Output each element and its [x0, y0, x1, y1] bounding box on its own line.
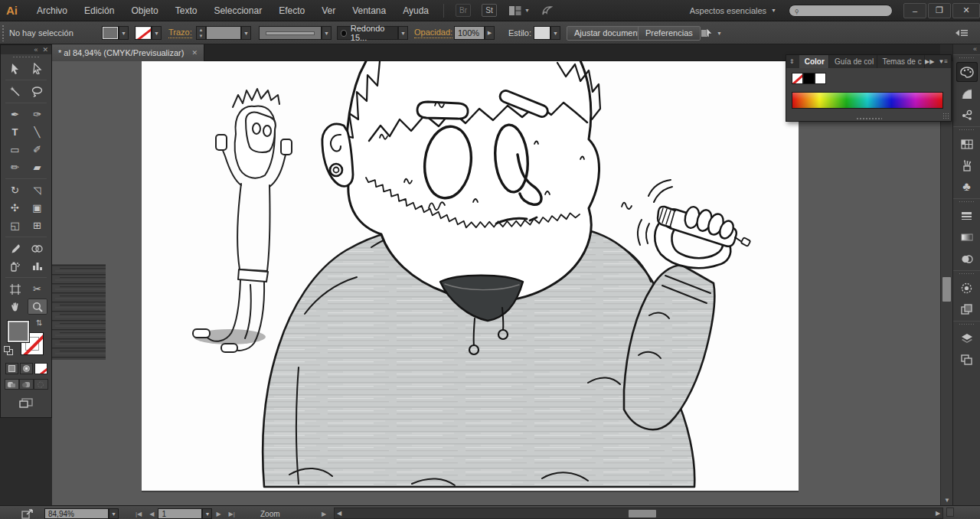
- scroll-right-arrow[interactable]: ▶: [933, 510, 942, 517]
- shape-builder-tool[interactable]: ◱: [5, 217, 25, 233]
- none-button[interactable]: [34, 363, 47, 374]
- scroll-down-arrow[interactable]: ▼: [941, 497, 953, 504]
- color-themes-panel-icon[interactable]: [956, 105, 978, 125]
- draw-behind-button[interactable]: [19, 379, 34, 390]
- fill-proxy-swatch[interactable]: [7, 320, 30, 343]
- width-tool[interactable]: ✣: [5, 200, 25, 216]
- swatch-none[interactable]: [792, 73, 803, 84]
- menu-ver[interactable]: Ver: [313, 0, 344, 21]
- isolate-control[interactable]: ▼: [701, 21, 722, 44]
- artboard-dropdown[interactable]: ▼: [202, 508, 212, 519]
- line-segment-tool[interactable]: ╲: [28, 124, 47, 140]
- swatch-white[interactable]: [815, 73, 826, 84]
- menu-seleccionar[interactable]: Seleccionar: [205, 0, 270, 21]
- menu-ventana[interactable]: Ventana: [344, 0, 394, 21]
- stock-button[interactable]: St: [482, 4, 497, 17]
- horizontal-scrollbar-thumb[interactable]: [629, 510, 656, 517]
- panel-menu-icon[interactable]: [956, 21, 968, 44]
- dock-group-grip[interactable]: [953, 321, 980, 327]
- panel-collapse-icon[interactable]: ⇕: [789, 55, 798, 68]
- stroke-swatch-none[interactable]: [135, 26, 152, 40]
- scale-tool[interactable]: ◹: [28, 182, 47, 198]
- stroke-width-stepper[interactable]: ▲▼: [196, 26, 206, 40]
- menu-archivo[interactable]: Archivo: [28, 0, 76, 21]
- next-artboard-icon[interactable]: ▶: [216, 511, 220, 517]
- stroke-width-control[interactable]: ▲▼ ▼: [196, 21, 251, 44]
- width-profile-dropdown[interactable]: ▼: [322, 26, 332, 40]
- panel-grip[interactable]: [2, 24, 5, 41]
- color-button[interactable]: [5, 363, 18, 374]
- hand-tool[interactable]: [5, 299, 25, 315]
- paintbrush-tool[interactable]: ✐: [28, 142, 47, 158]
- pen-tool[interactable]: ✒: [5, 106, 25, 122]
- eyedropper-tool[interactable]: [5, 240, 25, 256]
- opacity-control[interactable]: 100% ▶: [454, 21, 495, 44]
- vertical-scrollbar[interactable]: ▼: [940, 61, 952, 505]
- swatches-panel-icon[interactable]: [956, 134, 978, 154]
- style-swatch[interactable]: [534, 26, 550, 40]
- menu-edicion[interactable]: Edición: [76, 0, 122, 21]
- dock-group-grip[interactable]: [953, 198, 980, 204]
- appearance-panel-icon[interactable]: [956, 278, 978, 298]
- direct-selection-tool[interactable]: [28, 60, 47, 77]
- magic-wand-tool[interactable]: [5, 83, 25, 100]
- swap-fill-stroke-icon[interactable]: ⇄: [35, 319, 44, 325]
- stroke-width-dropdown[interactable]: ▼: [241, 26, 251, 40]
- width-profile-control[interactable]: ▼: [259, 21, 332, 44]
- stroke-color-control[interactable]: ▼: [135, 21, 162, 44]
- zoom-level-dropdown[interactable]: ▼: [109, 508, 119, 519]
- color-panel-menu-icon[interactable]: ▼≡: [938, 58, 948, 65]
- opacity-field[interactable]: 100%: [454, 26, 485, 40]
- gradient-button[interactable]: [20, 363, 33, 374]
- first-artboard-icon[interactable]: |◀: [136, 511, 142, 517]
- close-panel-icon[interactable]: ✕: [42, 46, 48, 54]
- perspective-grid-tool[interactable]: ⊞: [28, 217, 47, 233]
- tools-panel-header[interactable]: « ✕: [1, 45, 51, 54]
- brush-field[interactable]: Redondo 15...: [337, 26, 398, 40]
- menu-efecto[interactable]: Efecto: [270, 0, 313, 21]
- menu-objeto[interactable]: Objeto: [122, 0, 166, 21]
- opacity-panel-link[interactable]: Opacidad:: [414, 28, 452, 38]
- color-panel-tab-temasdec[interactable]: Temas de c: [877, 55, 926, 68]
- workspace-switcher[interactable]: Aspectos esenciales ▼: [690, 6, 776, 15]
- transparency-panel-icon[interactable]: [956, 249, 978, 269]
- arrange-documents-button[interactable]: ▼: [508, 5, 530, 16]
- fill-dropdown[interactable]: ▼: [119, 26, 129, 40]
- panel-resize-grip[interactable]: [856, 117, 882, 120]
- color-panel-tab-guiadecol[interactable]: Guía de col: [829, 55, 877, 68]
- canvas-area[interactable]: [52, 61, 940, 505]
- color-panel-tab-color[interactable]: Color: [799, 55, 829, 68]
- stroke-width-field[interactable]: [206, 26, 241, 40]
- close-button[interactable]: ✕: [952, 3, 980, 18]
- dock-collapse-icon[interactable]: «: [953, 44, 980, 54]
- screen-mode-button[interactable]: [16, 396, 36, 410]
- expand-panel-icon[interactable]: ▶▶: [925, 58, 934, 65]
- color-panel-icon[interactable]: [956, 62, 978, 82]
- last-artboard-icon[interactable]: ▶|: [229, 511, 235, 517]
- rotate-tool[interactable]: ↻: [5, 182, 25, 198]
- zoom-level-field[interactable]: 84,94%: [44, 508, 109, 519]
- artboard-number-field[interactable]: 1: [158, 508, 202, 519]
- tab-close-icon[interactable]: ✕: [191, 49, 198, 57]
- stroke-dropdown[interactable]: ▼: [152, 26, 162, 40]
- brush-control[interactable]: Redondo 15... ▼: [337, 21, 408, 44]
- symbol-sprayer-tool[interactable]: [5, 258, 25, 274]
- brush-dropdown[interactable]: ▼: [398, 26, 408, 40]
- artboard-tool[interactable]: [5, 281, 25, 297]
- lasso-tool[interactable]: [28, 83, 47, 100]
- status-expand-arrow[interactable]: ▶: [322, 508, 326, 519]
- menu-texto[interactable]: Texto: [167, 0, 206, 21]
- free-transform-tool[interactable]: ▣: [28, 200, 47, 216]
- draw-normal-button[interactable]: [5, 379, 19, 390]
- gradient-panel-icon[interactable]: [956, 227, 978, 247]
- fill-color-control[interactable]: ▼: [102, 21, 129, 44]
- style-control[interactable]: ▼: [534, 21, 560, 44]
- stroke-panel-icon[interactable]: [956, 206, 978, 226]
- prev-artboard-icon[interactable]: ◀: [149, 511, 154, 517]
- opacity-dropdown[interactable]: ▶: [485, 26, 495, 40]
- minimize-button[interactable]: –: [903, 3, 926, 18]
- stroke-panel-link[interactable]: Trazo:: [168, 28, 192, 38]
- blend-tool[interactable]: [28, 240, 47, 256]
- share-icon[interactable]: [21, 508, 34, 519]
- collapse-panel-icon[interactable]: «: [34, 46, 38, 54]
